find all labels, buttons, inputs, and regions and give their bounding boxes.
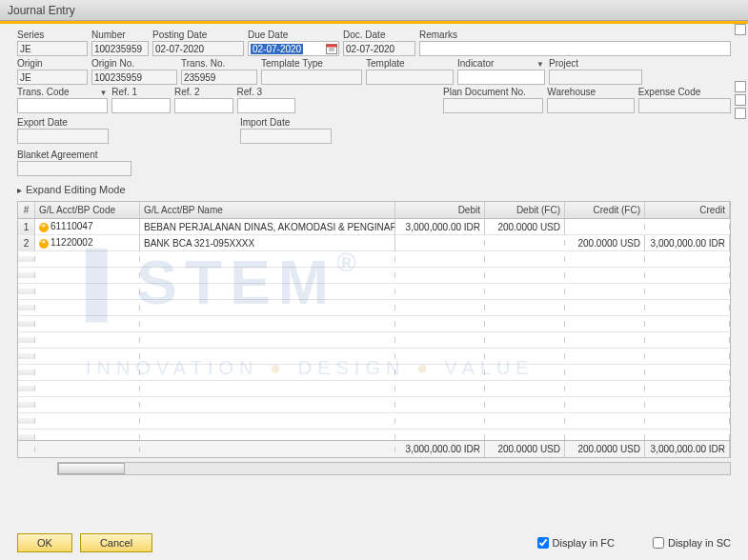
label-doc-date: Doc. Date <box>343 30 415 40</box>
import-date-field <box>240 129 332 144</box>
window-titlebar: Journal Entry <box>0 0 748 21</box>
link-arrow-icon[interactable] <box>39 223 49 232</box>
template-type-field <box>261 70 362 85</box>
label-ref2: Ref. 2 <box>174 87 233 97</box>
total-credit: 3,000,000.00 IDR <box>645 441 730 457</box>
doc-date-field: 02-07-2020 <box>343 41 415 56</box>
display-fc-input[interactable] <box>537 537 549 549</box>
cell-credit[interactable] <box>645 224 730 230</box>
cell-name[interactable]: BEBAN PERJALANAN DINAS, AKOMODASI & PENG… <box>140 219 395 235</box>
table-row[interactable] <box>18 332 730 349</box>
flag-checkbox-2[interactable] <box>735 81 746 92</box>
cell-debit-fc[interactable]: 200.0000 USD <box>485 219 565 235</box>
label-ref1: Ref. 1 <box>111 87 171 97</box>
expand-editing-toggle[interactable]: Expand Editing Mode <box>17 184 748 195</box>
label-posting-date: Posting Date <box>152 30 244 40</box>
display-sc-label: Display in SC <box>668 537 731 549</box>
label-project: Project <box>549 58 642 69</box>
chevron-down-icon: ▼ <box>99 89 107 97</box>
table-row[interactable]: 211220002BANK BCA 321-095XXXX200.0000 US… <box>18 235 730 251</box>
cell-code[interactable]: 61110047 <box>35 219 140 235</box>
col-debit-fc[interactable]: Debit (FC) <box>485 202 565 218</box>
cell-credit-fc[interactable]: 200.0000 USD <box>565 235 645 251</box>
due-date-value: 02-07-2020 <box>251 44 303 54</box>
label-origin-no: Origin No. <box>91 58 177 69</box>
plan-doc-no-field <box>443 98 543 113</box>
cancel-button[interactable]: Cancel <box>80 533 152 552</box>
cell-credit[interactable]: 3,000,000.00 IDR <box>645 235 730 251</box>
link-arrow-icon[interactable] <box>39 239 49 249</box>
number-field: 100235959 <box>91 41 149 56</box>
col-credit[interactable]: Credit <box>645 202 730 218</box>
label-plan-doc-no: Plan Document No. <box>443 87 543 97</box>
display-fc-checkbox[interactable]: Display in FC <box>537 537 615 549</box>
label-origin: Origin <box>17 58 88 69</box>
row-number: 2 <box>18 235 35 251</box>
remarks-field[interactable] <box>419 41 731 56</box>
due-date-field[interactable]: 02-07-2020 <box>248 41 339 56</box>
label-series: Series <box>17 30 88 40</box>
origin-field: JE <box>17 70 88 85</box>
total-debit: 3,000,000.00 IDR <box>395 441 485 457</box>
blanket-agreement-field <box>17 161 131 176</box>
label-warehouse: Warehouse <box>547 87 634 97</box>
table-row[interactable]: 161110047BEBAN PERJALANAN DINAS, AKOMODA… <box>18 219 730 235</box>
col-code[interactable]: G/L Acct/BP Code <box>35 202 140 218</box>
flag-checkbox-4[interactable] <box>735 108 746 119</box>
trans-code-select[interactable]: ▼ <box>17 98 108 113</box>
table-row[interactable] <box>18 284 730 300</box>
table-row[interactable] <box>18 381 730 397</box>
label-number: Number <box>91 30 149 40</box>
warehouse-field <box>547 98 634 113</box>
total-debit-fc: 200.0000 USD <box>485 441 565 457</box>
table-row[interactable] <box>18 316 730 332</box>
trans-no-field: 235959 <box>181 70 257 85</box>
cell-code[interactable]: 11220002 <box>35 234 140 250</box>
scrollbar-thumb[interactable] <box>58 463 125 474</box>
ref1-field[interactable] <box>111 98 171 113</box>
template-field <box>366 70 454 85</box>
table-row[interactable] <box>18 430 730 440</box>
table-row[interactable] <box>18 397 730 413</box>
cell-credit-fc[interactable] <box>565 224 645 230</box>
label-indicator: Indicator <box>457 58 545 69</box>
origin-no-field: 100235959 <box>91 70 177 85</box>
cell-debit-fc[interactable] <box>485 240 565 246</box>
label-expense-code: Expense Code <box>638 87 731 97</box>
cell-debit[interactable] <box>395 240 485 246</box>
label-template: Template <box>366 58 454 69</box>
table-row[interactable] <box>18 300 730 316</box>
table-row[interactable] <box>18 413 730 430</box>
svg-rect-1 <box>327 45 337 48</box>
table-row[interactable] <box>18 268 730 284</box>
cell-name[interactable]: BANK BCA 321-095XXXX <box>140 235 395 251</box>
label-trans-no: Trans. No. <box>181 58 257 69</box>
table-row[interactable] <box>18 251 730 268</box>
indicator-select[interactable]: ▼ <box>457 70 545 85</box>
expense-code-field <box>638 98 731 113</box>
horizontal-scrollbar[interactable] <box>57 462 731 475</box>
journal-lines-grid: # G/L Acct/BP Code G/L Acct/BP Name Debi… <box>17 201 731 458</box>
display-sc-checkbox[interactable]: Display in SC <box>653 537 731 549</box>
label-due-date: Due Date <box>248 30 339 40</box>
col-debit[interactable]: Debit <box>395 202 485 218</box>
project-field <box>549 70 642 85</box>
col-credit-fc[interactable]: Credit (FC) <box>565 202 645 218</box>
ref2-field[interactable] <box>174 98 233 113</box>
cell-debit[interactable]: 3,000,000.00 IDR <box>395 219 485 235</box>
table-row[interactable] <box>18 349 730 365</box>
display-sc-input[interactable] <box>653 537 664 549</box>
flag-checkbox-1[interactable] <box>735 24 746 35</box>
export-date-field <box>17 129 109 144</box>
label-template-type: Template Type <box>261 58 362 69</box>
calendar-icon[interactable] <box>326 43 337 56</box>
ok-button[interactable]: OK <box>17 533 72 552</box>
posting-date-field: 02-07-2020 <box>152 41 244 56</box>
ref3-field[interactable] <box>237 98 296 113</box>
total-credit-fc: 200.0000 USD <box>565 441 645 457</box>
col-name[interactable]: G/L Acct/BP Name <box>140 202 395 218</box>
table-row[interactable] <box>18 365 730 381</box>
label-import-date: Import Date <box>240 117 332 128</box>
series-field: JE <box>17 41 88 56</box>
flag-checkbox-3[interactable] <box>735 94 746 106</box>
